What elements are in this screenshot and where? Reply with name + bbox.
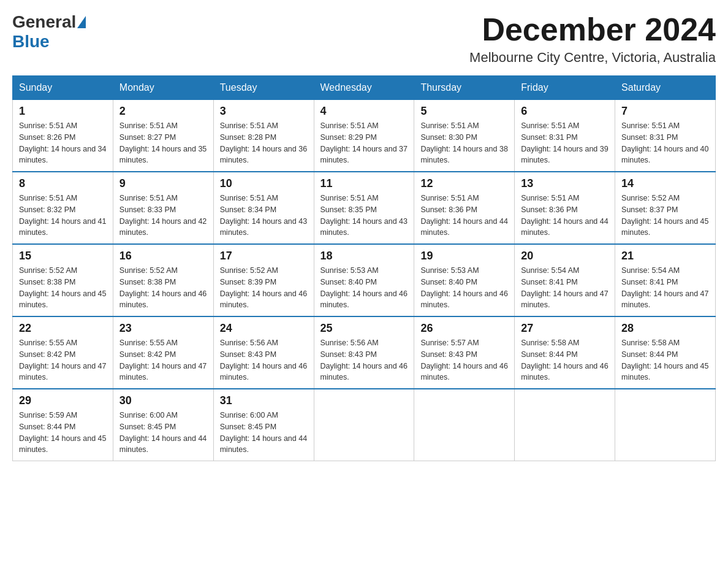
calendar-cell bbox=[515, 389, 615, 461]
calendar-cell: 18 Sunrise: 5:53 AM Sunset: 8:40 PM Dayl… bbox=[314, 244, 414, 316]
day-number: 13 bbox=[521, 177, 609, 190]
calendar-cell: 29 Sunrise: 5:59 AM Sunset: 8:44 PM Dayl… bbox=[13, 389, 113, 461]
calendar-cell: 22 Sunrise: 5:55 AM Sunset: 8:42 PM Dayl… bbox=[13, 316, 113, 389]
day-number: 25 bbox=[320, 322, 408, 335]
calendar-cell: 28 Sunrise: 5:58 AM Sunset: 8:44 PM Dayl… bbox=[615, 316, 716, 389]
day-info: Sunrise: 5:51 AM Sunset: 8:30 PM Dayligh… bbox=[420, 120, 508, 166]
day-number: 12 bbox=[420, 177, 508, 190]
calendar-header-thursday: Thursday bbox=[414, 76, 515, 100]
month-title: December 2024 bbox=[469, 12, 716, 47]
day-number: 15 bbox=[19, 250, 107, 262]
title-section: December 2024 Melbourne City Centre, Vic… bbox=[469, 12, 716, 66]
calendar-cell: 14 Sunrise: 5:52 AM Sunset: 8:37 PM Dayl… bbox=[615, 172, 716, 244]
calendar-cell: 21 Sunrise: 5:54 AM Sunset: 8:41 PM Dayl… bbox=[615, 244, 716, 316]
calendar-cell: 25 Sunrise: 5:56 AM Sunset: 8:43 PM Dayl… bbox=[314, 316, 414, 389]
day-number: 19 bbox=[420, 250, 508, 262]
day-number: 24 bbox=[220, 322, 308, 335]
calendar-cell: 10 Sunrise: 5:51 AM Sunset: 8:34 PM Dayl… bbox=[213, 172, 314, 244]
logo-triangle-icon bbox=[77, 16, 86, 28]
calendar-cell: 13 Sunrise: 5:51 AM Sunset: 8:36 PM Dayl… bbox=[515, 172, 615, 244]
day-info: Sunrise: 5:51 AM Sunset: 8:26 PM Dayligh… bbox=[19, 120, 107, 166]
day-number: 26 bbox=[420, 322, 508, 335]
day-number: 6 bbox=[521, 105, 609, 118]
day-number: 7 bbox=[621, 105, 709, 118]
calendar-header-wednesday: Wednesday bbox=[314, 76, 414, 100]
calendar-header-friday: Friday bbox=[515, 76, 615, 100]
day-info: Sunrise: 5:54 AM Sunset: 8:41 PM Dayligh… bbox=[521, 265, 609, 311]
calendar-cell: 16 Sunrise: 5:52 AM Sunset: 8:38 PM Dayl… bbox=[113, 244, 213, 316]
calendar-cell: 24 Sunrise: 5:56 AM Sunset: 8:43 PM Dayl… bbox=[213, 316, 314, 389]
day-info: Sunrise: 6:00 AM Sunset: 8:45 PM Dayligh… bbox=[220, 410, 308, 456]
day-info: Sunrise: 5:56 AM Sunset: 8:43 PM Dayligh… bbox=[320, 337, 408, 383]
calendar-cell: 9 Sunrise: 5:51 AM Sunset: 8:33 PM Dayli… bbox=[113, 172, 213, 244]
day-number: 14 bbox=[621, 177, 709, 190]
day-number: 1 bbox=[19, 105, 107, 118]
calendar-cell: 12 Sunrise: 5:51 AM Sunset: 8:36 PM Dayl… bbox=[414, 172, 515, 244]
day-info: Sunrise: 5:51 AM Sunset: 8:28 PM Dayligh… bbox=[220, 120, 308, 166]
day-info: Sunrise: 5:57 AM Sunset: 8:43 PM Dayligh… bbox=[420, 337, 508, 383]
day-number: 30 bbox=[119, 394, 207, 407]
day-info: Sunrise: 5:51 AM Sunset: 8:36 PM Dayligh… bbox=[521, 193, 609, 239]
day-info: Sunrise: 5:55 AM Sunset: 8:42 PM Dayligh… bbox=[19, 337, 107, 383]
calendar-cell: 4 Sunrise: 5:51 AM Sunset: 8:29 PM Dayli… bbox=[314, 100, 414, 172]
day-info: Sunrise: 6:00 AM Sunset: 8:45 PM Dayligh… bbox=[119, 410, 207, 456]
day-info: Sunrise: 5:59 AM Sunset: 8:44 PM Dayligh… bbox=[19, 410, 107, 456]
calendar-cell: 5 Sunrise: 5:51 AM Sunset: 8:30 PM Dayli… bbox=[414, 100, 515, 172]
calendar-cell: 30 Sunrise: 6:00 AM Sunset: 8:45 PM Dayl… bbox=[113, 389, 213, 461]
day-info: Sunrise: 5:52 AM Sunset: 8:39 PM Dayligh… bbox=[220, 265, 308, 311]
calendar-cell: 15 Sunrise: 5:52 AM Sunset: 8:38 PM Dayl… bbox=[13, 244, 113, 316]
calendar-cell: 26 Sunrise: 5:57 AM Sunset: 8:43 PM Dayl… bbox=[414, 316, 515, 389]
calendar-header-row: SundayMondayTuesdayWednesdayThursdayFrid… bbox=[13, 76, 716, 100]
calendar-cell: 1 Sunrise: 5:51 AM Sunset: 8:26 PM Dayli… bbox=[13, 100, 113, 172]
calendar-cell: 19 Sunrise: 5:53 AM Sunset: 8:40 PM Dayl… bbox=[414, 244, 515, 316]
day-number: 11 bbox=[320, 177, 408, 190]
calendar-header-saturday: Saturday bbox=[615, 76, 716, 100]
calendar-cell bbox=[314, 389, 414, 461]
day-number: 27 bbox=[521, 322, 609, 335]
day-info: Sunrise: 5:53 AM Sunset: 8:40 PM Dayligh… bbox=[420, 265, 508, 311]
calendar-cell: 11 Sunrise: 5:51 AM Sunset: 8:35 PM Dayl… bbox=[314, 172, 414, 244]
day-info: Sunrise: 5:51 AM Sunset: 8:29 PM Dayligh… bbox=[320, 120, 408, 166]
day-number: 18 bbox=[320, 250, 408, 262]
calendar-cell: 7 Sunrise: 5:51 AM Sunset: 8:31 PM Dayli… bbox=[615, 100, 716, 172]
day-info: Sunrise: 5:51 AM Sunset: 8:31 PM Dayligh… bbox=[621, 120, 709, 166]
day-info: Sunrise: 5:53 AM Sunset: 8:40 PM Dayligh… bbox=[320, 265, 408, 311]
day-info: Sunrise: 5:55 AM Sunset: 8:42 PM Dayligh… bbox=[119, 337, 207, 383]
day-number: 5 bbox=[420, 105, 508, 118]
day-number: 10 bbox=[220, 177, 308, 190]
day-info: Sunrise: 5:51 AM Sunset: 8:33 PM Dayligh… bbox=[119, 193, 207, 239]
calendar-cell bbox=[414, 389, 515, 461]
logo: General Blue bbox=[12, 12, 87, 52]
calendar-cell: 17 Sunrise: 5:52 AM Sunset: 8:39 PM Dayl… bbox=[213, 244, 314, 316]
calendar-cell: 2 Sunrise: 5:51 AM Sunset: 8:27 PM Dayli… bbox=[113, 100, 213, 172]
day-number: 16 bbox=[119, 250, 207, 262]
calendar-cell: 31 Sunrise: 6:00 AM Sunset: 8:45 PM Dayl… bbox=[213, 389, 314, 461]
day-info: Sunrise: 5:51 AM Sunset: 8:36 PM Dayligh… bbox=[420, 193, 508, 239]
day-number: 4 bbox=[320, 105, 408, 118]
calendar-cell: 27 Sunrise: 5:58 AM Sunset: 8:44 PM Dayl… bbox=[515, 316, 615, 389]
calendar-cell: 8 Sunrise: 5:51 AM Sunset: 8:32 PM Dayli… bbox=[13, 172, 113, 244]
day-info: Sunrise: 5:58 AM Sunset: 8:44 PM Dayligh… bbox=[621, 337, 709, 383]
day-number: 9 bbox=[119, 177, 207, 190]
calendar-cell: 3 Sunrise: 5:51 AM Sunset: 8:28 PM Dayli… bbox=[213, 100, 314, 172]
calendar-cell bbox=[615, 389, 716, 461]
day-number: 2 bbox=[119, 105, 207, 118]
day-info: Sunrise: 5:51 AM Sunset: 8:35 PM Dayligh… bbox=[320, 193, 408, 239]
calendar-week-row: 29 Sunrise: 5:59 AM Sunset: 8:44 PM Dayl… bbox=[13, 389, 716, 461]
logo-general-text: General bbox=[12, 12, 76, 32]
day-info: Sunrise: 5:52 AM Sunset: 8:37 PM Dayligh… bbox=[621, 193, 709, 239]
day-info: Sunrise: 5:54 AM Sunset: 8:41 PM Dayligh… bbox=[621, 265, 709, 311]
day-info: Sunrise: 5:52 AM Sunset: 8:38 PM Dayligh… bbox=[119, 265, 207, 311]
calendar-week-row: 22 Sunrise: 5:55 AM Sunset: 8:42 PM Dayl… bbox=[13, 316, 716, 389]
day-number: 3 bbox=[220, 105, 308, 118]
day-info: Sunrise: 5:51 AM Sunset: 8:32 PM Dayligh… bbox=[19, 193, 107, 239]
calendar-week-row: 15 Sunrise: 5:52 AM Sunset: 8:38 PM Dayl… bbox=[13, 244, 716, 316]
calendar-table: SundayMondayTuesdayWednesdayThursdayFrid… bbox=[12, 75, 716, 461]
day-number: 29 bbox=[19, 394, 107, 407]
day-number: 8 bbox=[19, 177, 107, 190]
day-info: Sunrise: 5:51 AM Sunset: 8:34 PM Dayligh… bbox=[220, 193, 308, 239]
day-info: Sunrise: 5:58 AM Sunset: 8:44 PM Dayligh… bbox=[521, 337, 609, 383]
calendar-cell: 6 Sunrise: 5:51 AM Sunset: 8:31 PM Dayli… bbox=[515, 100, 615, 172]
day-info: Sunrise: 5:51 AM Sunset: 8:31 PM Dayligh… bbox=[521, 120, 609, 166]
day-number: 31 bbox=[220, 394, 308, 407]
